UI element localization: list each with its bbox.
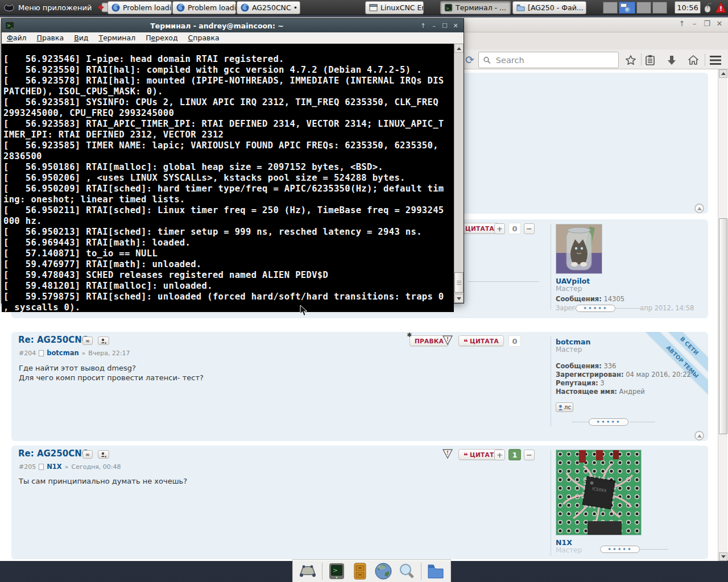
vote-up-button[interactable]: + (494, 450, 505, 460)
svg-text:>_: >_ (446, 6, 452, 11)
taskbar-button-filemanager[interactable]: [AG250 - Фай... (512, 1, 586, 14)
bottom-dock: > (292, 559, 451, 582)
file-cabinet-icon[interactable] (351, 562, 369, 580)
user-post-icon[interactable] (98, 450, 109, 459)
vote-down-button[interactable]: − (524, 223, 535, 234)
downloads-icon[interactable] (663, 52, 680, 68)
post-body-line: Где найти этот вывод dmesg? (19, 364, 136, 372)
author-rank: Мастер (556, 346, 582, 354)
terminal-launcher-icon[interactable]: > (328, 562, 346, 580)
profile-divider (551, 336, 551, 426)
taskbar-button-terminal[interactable]: >_ Терминал - ... (440, 1, 511, 14)
post-title-link[interactable]: Re: AG250CNC (18, 448, 88, 459)
browser-scrollbar[interactable] (718, 69, 727, 561)
search-launcher-icon[interactable] (398, 562, 416, 580)
permalink-icon[interactable]: ∞ (82, 450, 93, 459)
svg-text:>_: >_ (7, 23, 14, 28)
avatar[interactable]: IC50XX (556, 450, 642, 535)
scroll-down-button[interactable] (719, 552, 727, 561)
taskbar-button-firefox-3[interactable]: AG250CNC • ... (237, 1, 300, 14)
post-number: #204 (19, 350, 36, 357)
author-link[interactable]: N1X (556, 538, 572, 547)
scrollbar-thumb[interactable] (454, 272, 464, 293)
vote-up-button[interactable]: + (494, 223, 505, 234)
profile-divider (551, 224, 551, 309)
terminal-shade-button[interactable]: ↑ (420, 22, 427, 30)
post-rating: 0 (508, 223, 521, 234)
workspace-switcher[interactable] (603, 2, 668, 14)
karma-stars[interactable]: ✶✶✶✶✶ (576, 305, 615, 312)
terminal-output[interactable]: [ 56.923546] I-pipe: head domain RTAI re… (2, 53, 454, 312)
workspace-3[interactable] (636, 2, 651, 14)
menu-go[interactable]: Переход (140, 34, 183, 42)
report-button[interactable]: ! (442, 448, 453, 459)
bookmark-star-icon[interactable] (622, 52, 639, 68)
terminal-scrollbar[interactable] (454, 44, 464, 303)
post-title-link[interactable]: Re: AG250CNC (18, 335, 88, 345)
reading-list-icon[interactable] (642, 52, 659, 68)
workspace-1[interactable] (603, 2, 618, 14)
scroll-down-button[interactable] (454, 294, 464, 303)
scrollbar-thumb[interactable] (719, 218, 727, 434)
karma-stars[interactable]: ✶✶✶✶✶ (589, 418, 628, 426)
firefox-icon (241, 3, 249, 12)
menu-edit[interactable]: Правка (32, 34, 69, 42)
taskbar-button-firefox-1[interactable]: Problem loadi... (107, 1, 172, 14)
menu-view[interactable]: Вид (69, 34, 93, 42)
report-button[interactable]: ! (442, 335, 453, 346)
web-browser-icon[interactable] (374, 562, 392, 580)
edit-star-icon: ✱ (407, 332, 412, 339)
mouse-device-icon[interactable] (703, 2, 714, 13)
karma-stars[interactable]: ✶✶✶✶✶ (600, 546, 640, 553)
avatar[interactable] (556, 224, 602, 274)
taskbar-button-linuxcnc[interactable]: LinuxCNC Errors (365, 1, 424, 14)
clock[interactable]: 10:56 (675, 1, 701, 14)
browser-shade-button[interactable]: ↑ (678, 19, 686, 28)
post-body-line: Для чего комп просит провести латенси- т… (19, 373, 204, 382)
search-input-wrap[interactable] (478, 52, 619, 68)
workspace-4[interactable] (652, 2, 667, 14)
user-post-icon[interactable] (98, 336, 109, 345)
scroll-up-button[interactable] (454, 44, 464, 53)
reload-icon[interactable]: ⟳ (465, 53, 478, 66)
author-link[interactable]: UAVpilot (556, 277, 590, 285)
page-icon (39, 464, 44, 470)
terminal-maximize-button[interactable]: ☐ (441, 22, 448, 30)
terminal-titlebar[interactable]: >_ Терминал - andrey@maincoon: ~ ↑ – ☐ ✕ (2, 19, 464, 32)
vote-down-button[interactable]: − (524, 450, 535, 460)
back-to-top-button[interactable] (694, 203, 704, 213)
top-panel: Меню приложений ⋮⋮ Problem loadi... Prob… (0, 0, 728, 15)
permalink-icon[interactable]: ∞ (82, 336, 93, 345)
workspace-2-active[interactable] (619, 2, 635, 14)
terminal-close-button[interactable]: ✕ (452, 22, 459, 30)
menu-terminal[interactable]: Терминал (93, 34, 140, 42)
svg-text:!: ! (446, 450, 449, 456)
window-icon (369, 3, 378, 12)
author-link[interactable]: botcman (47, 349, 78, 357)
quote-button[interactable]: ❝ЦИТАТА (458, 335, 504, 346)
home-icon[interactable] (685, 52, 702, 68)
menu-hamburger-icon[interactable] (707, 52, 724, 68)
file-manager-icon[interactable] (427, 562, 445, 580)
warning-icon[interactable]: ! (715, 2, 727, 14)
menu-file[interactable]: Файл (2, 34, 32, 42)
back-to-top-button[interactable] (694, 431, 704, 440)
desktop-screen: { "top_panel": { "menu_label": "Меню при… (0, 0, 728, 582)
browser-restore-button[interactable]: ❐ (703, 19, 711, 28)
private-message-button[interactable]: лс (556, 402, 573, 412)
browser-minimize-button[interactable]: – (690, 19, 698, 28)
applications-menu-button[interactable]: Меню приложений (0, 0, 95, 15)
menu-help[interactable]: Справка (183, 34, 225, 42)
terminal-minimize-button[interactable]: – (431, 22, 437, 30)
author-link[interactable]: botcman (556, 338, 590, 346)
scroll-up-button[interactable] (719, 69, 727, 78)
mouse-cursor (300, 305, 308, 317)
show-desktop-icon[interactable] (299, 562, 317, 580)
profile-field: Настоящее имя: Андрей (556, 388, 645, 396)
search-input[interactable] (495, 55, 614, 65)
author-link[interactable]: N1X (47, 463, 62, 471)
browser-close-button[interactable]: ✕ (715, 19, 723, 28)
taskbar-button-firefox-2[interactable]: Problem loadi... (172, 1, 236, 14)
terminal-icon: >_ (5, 22, 14, 30)
karma-line (568, 308, 576, 309)
